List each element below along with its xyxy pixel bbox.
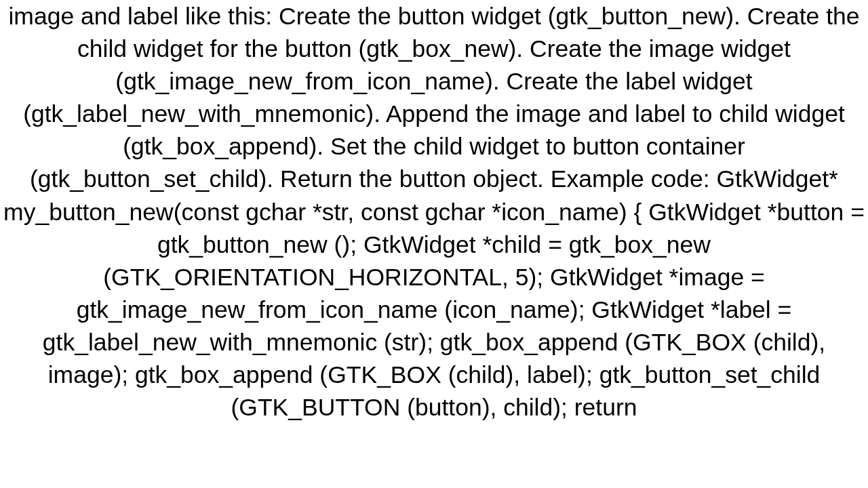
document-page: image and label like this: Create the bu…	[0, 0, 868, 488]
document-body-text: image and label like this: Create the bu…	[0, 0, 868, 424]
